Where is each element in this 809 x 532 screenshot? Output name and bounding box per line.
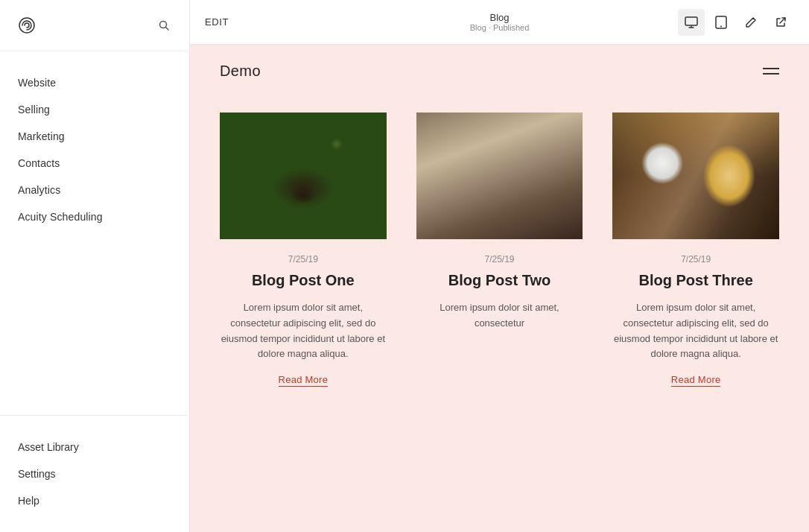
blog-post-1-image (220, 113, 387, 239)
external-link-button[interactable] (767, 9, 794, 36)
blog-post-2: 7/25/19 Blog Post Two Lorem ipsum dolor … (402, 113, 598, 409)
blog-posts-grid: 7/25/19 Blog Post One Lorem ipsum dolor … (190, 98, 809, 409)
hamburger-menu-icon[interactable] (763, 68, 779, 75)
topbar: EDIT Blog Blog · Published (190, 0, 809, 45)
svg-line-7 (780, 18, 785, 23)
squarespace-logo (15, 13, 39, 37)
edit-label[interactable]: EDIT (205, 16, 229, 28)
blog-post-3-date: 7/25/19 (681, 254, 711, 265)
sidebar-item-asset-library[interactable]: Asset Library (0, 434, 189, 460)
sidebar-item-analytics[interactable]: Analytics (0, 177, 189, 203)
svg-rect-2 (685, 17, 697, 25)
page-title: Blog (470, 12, 530, 23)
topbar-page-info: Blog Blog · Published (470, 12, 530, 32)
blog-post-1-title: Blog Post One (252, 270, 355, 290)
sidebar-header (0, 0, 189, 51)
blog-post-3-title: Blog Post Three (638, 270, 752, 290)
topbar-wrapper: EDIT Blog Blog · Published (205, 9, 794, 36)
blog-post-2-title: Blog Post Two (448, 270, 551, 290)
topbar-actions (678, 9, 794, 36)
main-content: EDIT Blog Blog · Published (190, 0, 809, 532)
sidebar-item-marketing[interactable]: Marketing (0, 123, 189, 150)
blog-post-1-read-more[interactable]: Read More (279, 374, 329, 387)
blog-post-1-excerpt: Lorem ipsum dolor sit amet, consectetur … (220, 300, 387, 362)
blog-post-3: 7/25/19 Blog Post Three Lorem ipsum dolo… (597, 113, 794, 409)
sidebar: Website Selling Marketing Contacts Analy… (0, 0, 190, 532)
sidebar-item-acuity-scheduling[interactable]: Acuity Scheduling (0, 203, 189, 230)
blog-post-3-read-more[interactable]: Read More (671, 374, 721, 387)
sidebar-bottom: Asset Library Settings Help (0, 415, 189, 532)
sidebar-item-settings[interactable]: Settings (0, 460, 189, 487)
blog-post-3-image (612, 113, 779, 239)
edit-mode-button[interactable] (737, 9, 764, 36)
blog-post-2-image (416, 113, 583, 239)
svg-point-6 (720, 25, 722, 27)
sidebar-nav: Website Selling Marketing Contacts Analy… (0, 51, 189, 415)
site-preview: Demo 7/25/19 Blog Post One Lorem ipsum d… (190, 45, 809, 532)
site-nav: Demo (190, 45, 809, 98)
search-button[interactable] (153, 15, 174, 36)
blog-post-2-excerpt: Lorem ipsum dolor sit amet, consectetur (416, 300, 583, 332)
blog-post-3-excerpt: Lorem ipsum dolor sit amet, consectetur … (612, 300, 779, 362)
tablet-view-button[interactable] (708, 9, 735, 36)
hamburger-line-2 (763, 73, 779, 75)
svg-line-1 (166, 28, 169, 31)
site-logo: Demo (220, 63, 261, 80)
hamburger-line-1 (763, 68, 779, 69)
page-subtitle: Blog · Published (470, 23, 530, 32)
blog-post-2-date: 7/25/19 (484, 254, 514, 265)
sidebar-item-selling[interactable]: Selling (0, 96, 189, 123)
blog-post-1-date: 7/25/19 (288, 254, 318, 265)
sidebar-item-help[interactable]: Help (0, 487, 189, 514)
sidebar-item-website[interactable]: Website (0, 69, 189, 96)
blog-post-1: 7/25/19 Blog Post One Lorem ipsum dolor … (205, 113, 402, 409)
sidebar-item-contacts[interactable]: Contacts (0, 150, 189, 177)
desktop-view-button[interactable] (678, 9, 705, 36)
